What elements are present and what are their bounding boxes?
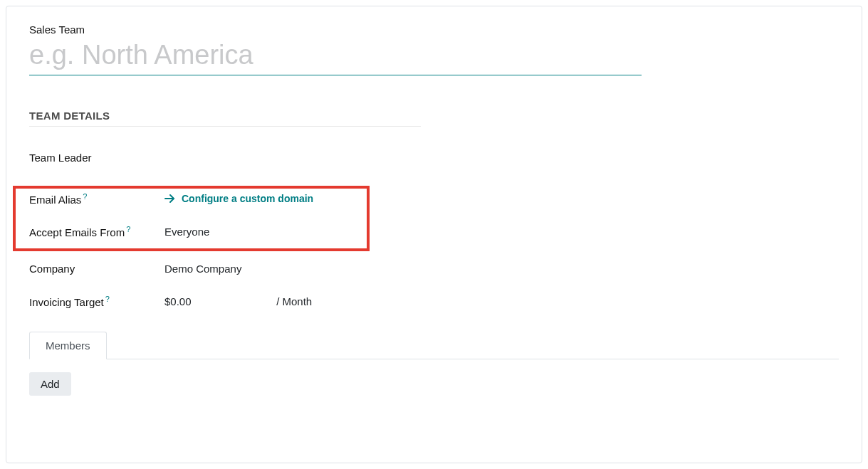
sales-team-name-input[interactable] (29, 38, 642, 75)
email-alias-label-text: Email Alias (29, 194, 81, 206)
help-icon[interactable]: ? (126, 225, 130, 233)
help-icon[interactable]: ? (105, 295, 110, 303)
configure-custom-domain-text: Configure a custom domain (182, 193, 313, 204)
invoicing-target-suffix: / Month (276, 295, 312, 307)
company-value[interactable]: Demo Company (164, 263, 241, 275)
team-leader-row: Team Leader (29, 144, 839, 171)
team-leader-label: Team Leader (29, 152, 164, 164)
help-icon[interactable]: ? (83, 192, 87, 201)
accept-emails-from-label-text: Accept Emails From (29, 226, 125, 238)
members-tab-content: Add (29, 359, 839, 396)
company-row: Company Demo Company (29, 255, 839, 282)
invoicing-target-label-text: Invoicing Target (29, 296, 104, 308)
sales-team-form-card: Sales Team TEAM DETAILS Team Leader Emai… (6, 6, 862, 463)
email-alias-label: Email Alias? (29, 192, 164, 206)
accept-emails-from-value[interactable]: Everyone (164, 226, 209, 238)
tab-members[interactable]: Members (29, 332, 107, 359)
invoicing-target-label: Invoicing Target? (29, 295, 164, 308)
invoicing-target-row: Invoicing Target? $0.00 / Month (29, 288, 839, 315)
add-member-button[interactable]: Add (29, 372, 71, 396)
invoicing-target-value[interactable]: $0.00 (164, 295, 273, 307)
team-details-grid: Team Leader Email Alias? Configure a cus… (29, 144, 839, 315)
arrow-right-icon (164, 193, 176, 204)
company-label: Company (29, 263, 164, 275)
configure-custom-domain-link[interactable]: Configure a custom domain (164, 193, 313, 204)
email-alias-row: Email Alias? Configure a custom domain (29, 185, 839, 212)
team-details-section-title: TEAM DETAILS (29, 110, 421, 127)
accept-emails-from-label: Accept Emails From? (29, 225, 164, 238)
tabs-bar: Members (29, 332, 839, 359)
accept-emails-from-row: Accept Emails From? Everyone (29, 218, 839, 245)
sales-team-label: Sales Team (29, 23, 839, 36)
invoicing-target-value-wrap: $0.00 / Month (164, 295, 312, 307)
